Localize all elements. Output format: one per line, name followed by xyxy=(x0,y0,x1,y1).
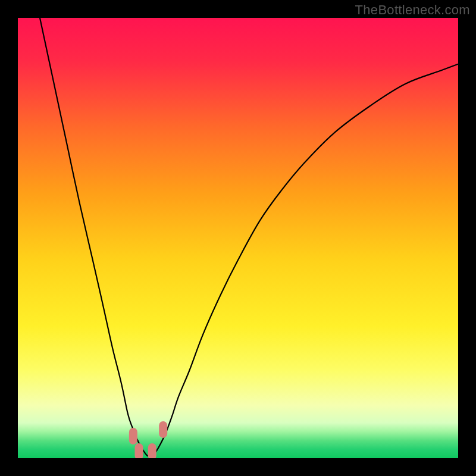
markers xyxy=(129,421,167,458)
chart-stage: TheBottleneck.com xyxy=(0,0,476,476)
marker-valley-right xyxy=(148,443,156,458)
marker-valley-left xyxy=(135,443,143,458)
plot-area xyxy=(18,18,458,458)
curve-layer xyxy=(18,18,458,458)
watermark-text: TheBottleneck.com xyxy=(355,2,470,18)
marker-left-descent xyxy=(129,428,137,444)
marker-right-ascent xyxy=(159,421,167,438)
bottleneck-curve xyxy=(40,18,458,456)
